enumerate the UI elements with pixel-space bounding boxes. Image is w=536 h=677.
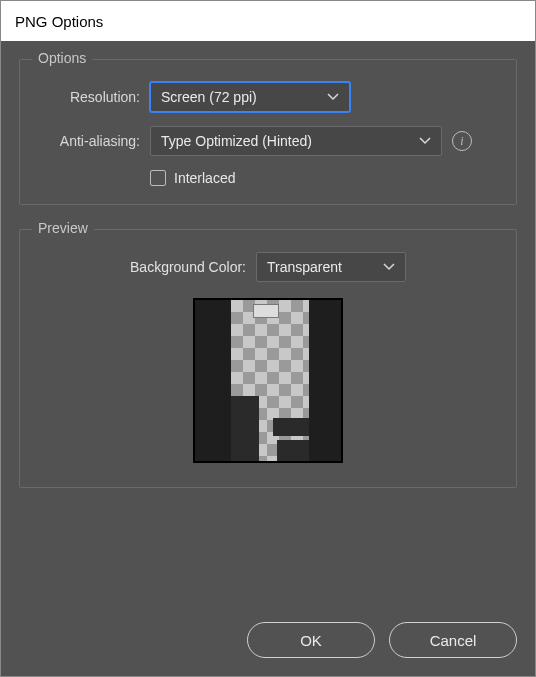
options-group-title: Options [32,50,92,66]
bgcolor-value: Transparent [267,259,342,275]
antialias-label: Anti-aliasing: [38,133,140,149]
cancel-button[interactable]: Cancel [389,622,517,658]
ok-button-label: OK [300,632,322,649]
resolution-row: Resolution: Screen (72 ppi) [38,82,498,112]
interlaced-checkbox[interactable] [150,170,166,186]
png-options-dialog: PNG Options Options Resolution: Screen (… [0,0,536,677]
bgcolor-label: Background Color: [130,259,246,275]
preview-artifact [231,396,259,463]
preview-group: Preview Background Color: Transparent [19,229,517,488]
interlaced-row: Interlaced [150,170,498,186]
window-title: PNG Options [15,13,103,30]
resolution-select[interactable]: Screen (72 ppi) [150,82,350,112]
bgcolor-row: Background Color: Transparent [38,252,498,282]
antialias-row: Anti-aliasing: Type Optimized (Hinted) i [38,126,498,156]
resolution-label: Resolution: [38,89,140,105]
preview-artifact [273,418,309,436]
bgcolor-select[interactable]: Transparent [256,252,406,282]
ok-button[interactable]: OK [247,622,375,658]
chevron-down-icon [419,137,431,145]
interlaced-label: Interlaced [174,170,235,186]
antialias-value: Type Optimized (Hinted) [161,133,312,149]
chevron-down-icon [383,263,395,271]
chevron-down-icon [327,93,339,101]
cancel-button-label: Cancel [430,632,477,649]
preview-group-title: Preview [32,220,94,236]
resolution-value: Screen (72 ppi) [161,89,257,105]
options-group: Options Resolution: Screen (72 ppi) Anti… [19,59,517,205]
preview-artifact [277,440,309,463]
info-icon[interactable]: i [452,131,472,151]
dialog-buttons: OK Cancel [1,622,535,676]
preview-thumbnail [193,298,343,463]
preview-artifact [253,304,279,318]
dialog-content: Options Resolution: Screen (72 ppi) Anti… [1,41,535,622]
antialias-select[interactable]: Type Optimized (Hinted) [150,126,442,156]
titlebar: PNG Options [1,1,535,41]
